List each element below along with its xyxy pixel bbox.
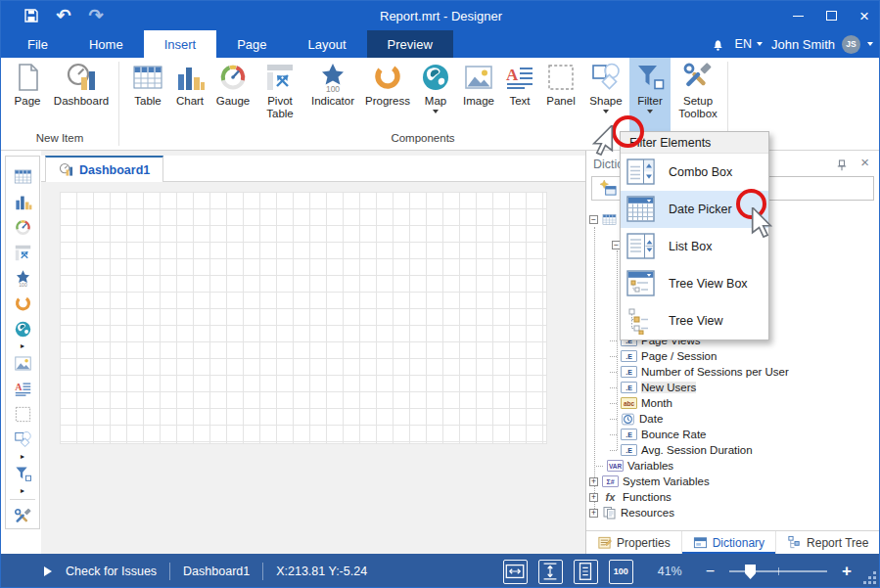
status-page-name[interactable]: Dashboard1 [183, 565, 250, 578]
language-selector[interactable]: EN [735, 37, 763, 51]
progress-icon[interactable] [14, 291, 32, 316]
close-icon[interactable]: × [860, 154, 869, 170]
tab-file[interactable]: File [7, 30, 69, 58]
tree-item-field[interactable]: .E Number of Sessions per User [610, 364, 789, 380]
progress-icon [371, 61, 404, 94]
maximize-button[interactable] [814, 1, 848, 30]
dashboard-design-surface[interactable] [60, 192, 547, 444]
ribbon-progress-button[interactable]: Progress [361, 58, 414, 131]
menu-item-list-box[interactable]: List Box [621, 228, 768, 265]
ribbon-indicator-button[interactable]: Indicator [304, 58, 361, 131]
tree-item-variables[interactable]: VAR Variables [596, 458, 673, 474]
ribbon-chart-button[interactable]: Chart [169, 58, 210, 131]
tree-item-field[interactable]: Date [610, 411, 663, 427]
indicator-icon[interactable] [14, 265, 32, 291]
tree-node-datasource[interactable]: − [589, 211, 617, 227]
tab-dashboard1[interactable]: Dashboard1 [45, 156, 163, 182]
setup-toolbox-icon [681, 61, 715, 94]
tree-item-functions[interactable]: + fx Functions [589, 489, 672, 505]
check-for-issues-button[interactable]: Check for Issues [66, 565, 157, 578]
tree-item-field-selected[interactable]: .E New Users [610, 380, 696, 395]
ribbon-map-button[interactable]: Map [414, 58, 457, 131]
pivot-table-icon [263, 61, 297, 94]
ribbon-image-button[interactable]: Image [457, 58, 500, 131]
expand-arrow-icon[interactable]: ▸ [21, 341, 24, 350]
system-variables-icon: Σ# [602, 475, 619, 487]
expand-icon[interactable]: + [589, 493, 598, 502]
tab-layout[interactable]: Layout [288, 30, 367, 58]
tab-home[interactable]: Home [69, 30, 144, 58]
ribbon-gauge-button[interactable]: Gauge [210, 58, 255, 131]
expand-icon[interactable]: + [589, 477, 598, 486]
decimal-column-icon: .E [621, 366, 637, 378]
zoom-page-height-button[interactable] [538, 560, 563, 584]
shape-icon [589, 61, 623, 94]
chevron-down-icon [867, 42, 873, 46]
zoom-out-button[interactable]: − [702, 563, 718, 580]
panel-icon [544, 61, 578, 94]
ribbon-table-button[interactable]: Table [126, 58, 169, 131]
chart-icon[interactable] [14, 189, 32, 214]
tab-report-tree[interactable]: Report Tree [776, 531, 879, 554]
tree-item-field[interactable]: abc Month [610, 395, 672, 411]
setup-toolbox-icon[interactable] [14, 504, 32, 529]
ribbon-pivot-table-button[interactable]: Pivot Table [255, 58, 304, 131]
panel-icon[interactable] [14, 401, 32, 427]
pivot-table-icon[interactable] [14, 240, 32, 265]
tab-dictionary[interactable]: Dictionary [682, 531, 776, 554]
language-label: EN [735, 37, 752, 51]
page-tab-strip: Dashboard1 [41, 156, 585, 182]
resize-grip[interactable] [873, 581, 876, 584]
table-icon[interactable] [14, 163, 32, 189]
zoom-slider-thumb[interactable] [745, 565, 756, 579]
pin-icon[interactable] [836, 158, 848, 175]
user-menu[interactable]: John Smith JS [771, 35, 873, 54]
ribbon-text-button[interactable]: Text [500, 58, 539, 131]
collapse-icon[interactable]: − [589, 215, 598, 224]
check-issues-icon[interactable] [44, 566, 52, 576]
ribbon-dashboard-button[interactable]: Dashboard [48, 58, 115, 131]
text-icon[interactable] [14, 376, 32, 401]
gauge-icon[interactable] [14, 214, 32, 240]
menu-item-tree-view-box[interactable]: Tree View Box [621, 265, 768, 302]
tab-insert[interactable]: Insert [144, 30, 217, 58]
expand-icon[interactable]: + [589, 509, 598, 518]
shape-icon[interactable] [14, 427, 32, 452]
ribbon-page-button[interactable]: Page [7, 58, 48, 131]
tree-item-system-variables[interactable]: + Σ# System Variables [589, 474, 710, 489]
tab-properties[interactable]: Properties [586, 531, 682, 554]
expand-arrow-icon[interactable]: ▸ [21, 486, 24, 495]
ribbon-panel-button[interactable]: Panel [539, 58, 582, 131]
menu-item-combo-box[interactable]: Combo Box [621, 154, 768, 191]
avatar: JS [842, 35, 860, 54]
ribbon-setup-toolbox-button[interactable]: Setup Toolbox [671, 58, 725, 131]
insert-toolbox-sidebar: ▸ ▸ ▸ [5, 156, 40, 529]
filter-icon[interactable] [14, 461, 32, 486]
mouse-cursor-icon [751, 207, 772, 238]
tree-item-field[interactable]: .E Page / Session [610, 348, 717, 364]
ribbon-tab-bar: File Home Insert Page Layout Preview EN … [1, 30, 880, 58]
save-icon[interactable] [23, 7, 40, 24]
redo-icon[interactable]: ↷ [87, 7, 105, 24]
expand-arrow-icon[interactable]: ▸ [21, 452, 24, 461]
zoom-page-width-button[interactable] [503, 560, 528, 584]
menu-item-tree-view[interactable]: Tree View [621, 302, 768, 339]
zoom-whole-page-button[interactable] [574, 560, 598, 584]
image-icon[interactable] [14, 350, 32, 376]
zoom-slider[interactable] [729, 570, 827, 572]
tab-preview[interactable]: Preview [367, 30, 453, 58]
ribbon-group-label: New Item [1, 132, 118, 144]
notifications-bell-icon[interactable] [710, 37, 726, 52]
zoom-in-button[interactable]: + [838, 562, 856, 581]
close-button[interactable]: × [848, 1, 880, 30]
tab-page[interactable]: Page [216, 30, 287, 58]
minimize-button[interactable] [781, 1, 814, 30]
string-column-icon: abc [621, 397, 637, 409]
zoom-100-button[interactable]: 100 [609, 560, 633, 584]
tree-item-resources[interactable]: + Resources [589, 505, 674, 520]
map-icon[interactable] [14, 316, 32, 341]
tree-item-field[interactable]: .E Bounce Rate [610, 427, 707, 442]
tree-item-field[interactable]: .E Avg. Session Duration [610, 442, 753, 458]
mouse-cursor-icon [592, 125, 614, 156]
undo-icon[interactable]: ↶ [55, 7, 72, 24]
